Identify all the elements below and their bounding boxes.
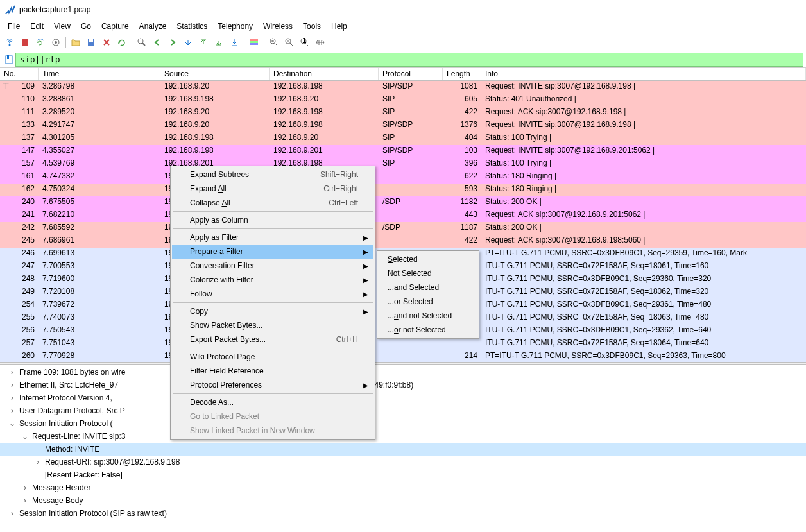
tree-toggle-icon[interactable]: ⌄: [8, 419, 17, 428]
sub-not-selected[interactable]: Not Selected: [379, 266, 477, 280]
tree-toggle-icon[interactable]: ›: [8, 509, 17, 518]
packet-row[interactable]: 1574.539769192.168.9.201192.168.9.198SIP…: [0, 158, 806, 171]
menu-wireless[interactable]: Wireless: [258, 21, 298, 32]
packet-list-header[interactable]: No. Time Source Destination Protocol Len…: [0, 68, 806, 81]
col-dst[interactable]: Destination: [270, 68, 379, 80]
ctx-conversation-filter[interactable]: Conversation Filter▶: [172, 259, 373, 273]
filter-bookmark-icon[interactable]: [3, 53, 15, 66]
tree-node[interactable]: ›Ethernet II, Src: LcfcHefe_97f0:9f:b8 (…: [0, 379, 806, 391]
close-file-button[interactable]: [99, 35, 114, 49]
stop-capture-button[interactable]: [18, 35, 32, 49]
sub--and-not-selected[interactable]: ...and not Selected: [379, 309, 477, 323]
menu-statistics[interactable]: Statistics: [171, 21, 212, 32]
tree-node[interactable]: ›Request-URI: sip:3007@192.168.9.198: [0, 456, 806, 468]
zoom-reset-button[interactable]: 1: [298, 35, 312, 49]
tree-node[interactable]: ›Message Body: [0, 494, 806, 507]
packet-row[interactable]: 2427.685592192/SDP1187Status: 200 OK |: [0, 222, 806, 235]
ctx-colorize-with-filter[interactable]: Colorize with Filter▶: [172, 273, 373, 287]
col-no[interactable]: No.: [0, 68, 39, 80]
menu-edit[interactable]: Edit: [25, 21, 49, 32]
auto-scroll-button[interactable]: [227, 35, 241, 49]
menu-capture[interactable]: Capture: [96, 21, 134, 32]
col-src[interactable]: Source: [160, 68, 270, 80]
packet-row[interactable]: 1614.747332192622Status: 180 Ringing |: [0, 171, 806, 184]
tree-node[interactable]: ›Message Header: [0, 481, 806, 494]
sub-selected[interactable]: Selected: [379, 252, 477, 266]
context-submenu[interactable]: SelectedNot Selected...and Selected...or…: [377, 250, 479, 339]
col-time[interactable]: Time: [39, 68, 160, 80]
context-menu[interactable]: Expand SubtreesShift+RightExpand AllCtrl…: [170, 166, 375, 440]
tree-toggle-icon[interactable]: ›: [21, 496, 30, 505]
tree-node[interactable]: ›Frame 109: 1081 bytes on wireits): [0, 366, 806, 379]
packet-row[interactable]: ⊤1093.286798192.168.9.20192.168.9.198SIP…: [0, 81, 806, 94]
tree-node[interactable]: ›Internet Protocol Version 4,: [0, 391, 806, 404]
reload-button[interactable]: [115, 35, 129, 49]
menu-telephony[interactable]: Telephony: [212, 21, 258, 32]
ctx-apply-as-column[interactable]: Apply as Column: [172, 213, 373, 227]
tree-node[interactable]: ⌄Session Initiation Protocol (: [0, 417, 806, 430]
col-len[interactable]: Length: [443, 68, 481, 80]
tree-toggle-icon[interactable]: ›: [33, 458, 42, 467]
packet-row[interactable]: 1103.288861192.168.9.198192.168.9.20SIP6…: [0, 94, 806, 107]
packet-row[interactable]: 1474.355027192.168.9.198192.168.9.201SIP…: [0, 145, 806, 158]
menu-analyze[interactable]: Analyze: [134, 21, 172, 32]
packet-row[interactable]: 2407.675505192/SDP1182Status: 200 OK |: [0, 196, 806, 209]
packet-row[interactable]: 2417.682210192443Request: ACK sip:3007@1…: [0, 209, 806, 222]
tree-toggle-icon[interactable]: ›: [8, 381, 17, 390]
packet-row[interactable]: 1334.291747192.168.9.20192.168.9.198SIP/…: [0, 119, 806, 132]
sub--and-selected[interactable]: ...and Selected: [379, 280, 477, 295]
ctx-show-packet-bytes-[interactable]: Show Packet Bytes...: [172, 318, 373, 332]
packet-row[interactable]: 1113.289520192.168.9.20192.168.9.198SIP4…: [0, 107, 806, 119]
menu-help[interactable]: Help: [326, 21, 352, 32]
go-back-button[interactable]: [150, 35, 164, 49]
tree-toggle-icon[interactable]: ⌄: [21, 432, 30, 441]
colorize-button[interactable]: [247, 35, 261, 49]
go-first-button[interactable]: [196, 35, 210, 49]
tree-node[interactable]: ⌄Request-Line: INVITE sip:3: [0, 430, 806, 443]
zoom-in-button[interactable]: [267, 35, 281, 49]
menu-go[interactable]: Go: [76, 21, 96, 32]
packet-row[interactable]: 1374.301205192.168.9.198192.168.9.20SIP4…: [0, 132, 806, 145]
ctx-filter-field-reference[interactable]: Filter Field Reference: [172, 364, 373, 378]
save-file-button[interactable]: [84, 35, 98, 49]
tree-toggle-icon[interactable]: ›: [21, 483, 30, 492]
ctx-export-packet-bytes-[interactable]: Export Packet Bytes...Ctrl+H: [172, 332, 373, 347]
ctx-decode-as-[interactable]: Decode As...: [172, 395, 373, 409]
go-last-button[interactable]: [212, 35, 226, 49]
menu-file[interactable]: File: [3, 21, 25, 32]
packet-details-pane[interactable]: ›Frame 109: 1081 bytes on wireits)›Ether…: [0, 365, 806, 531]
tree-node[interactable]: ›Session Initiation Protocol (SIP as raw…: [0, 507, 806, 520]
capture-options-button[interactable]: [49, 35, 63, 49]
col-proto[interactable]: Protocol: [379, 68, 443, 80]
tree-node[interactable]: Method: INVITE: [0, 443, 806, 456]
display-filter-input[interactable]: [15, 53, 803, 67]
tree-toggle-icon[interactable]: ›: [8, 393, 17, 402]
open-file-button[interactable]: [69, 35, 83, 49]
ctx-expand-subtrees[interactable]: Expand SubtreesShift+Right: [172, 167, 373, 182]
packet-row[interactable]: 1624.750324192593Status: 180 Ringing |: [0, 184, 806, 196]
tree-toggle-icon[interactable]: ›: [8, 406, 17, 415]
find-button[interactable]: [135, 35, 149, 49]
ctx-collapse-all[interactable]: Collapse AllCtrl+Left: [172, 196, 373, 210]
packet-row[interactable]: 2607.770928192214PT=ITU-T G.711 PCMU, SS…: [0, 350, 806, 362]
start-capture-button[interactable]: [3, 35, 17, 49]
col-info[interactable]: Info: [481, 68, 806, 80]
zoom-out-button[interactable]: [282, 35, 296, 49]
ctx-copy[interactable]: Copy▶: [172, 304, 373, 318]
ctx-protocol-preferences[interactable]: Protocol Preferences▶: [172, 378, 373, 392]
ctx-expand-all[interactable]: Expand AllCtrl+Right: [172, 182, 373, 196]
tree-node[interactable]: [Resent Packet: False]: [0, 468, 806, 481]
packet-row[interactable]: 2577.751043192ITU-T G.711 PCMU, SSRC=0x7…: [0, 338, 806, 350]
ctx-apply-as-filter[interactable]: Apply as Filter▶: [172, 230, 373, 245]
restart-capture-button[interactable]: [33, 35, 47, 49]
packet-row[interactable]: 2457.686961192422Request: ACK sip:3007@1…: [0, 235, 806, 248]
ctx-follow[interactable]: Follow▶: [172, 287, 373, 301]
ctx-wiki-protocol-page[interactable]: Wiki Protocol Page: [172, 350, 373, 364]
go-to-packet-button[interactable]: [181, 35, 195, 49]
menu-view[interactable]: View: [49, 21, 76, 32]
tree-toggle-icon[interactable]: ›: [8, 368, 17, 377]
tree-node[interactable]: ›User Datagram Protocol, Src P: [0, 404, 806, 417]
ctx-prepare-a-filter[interactable]: Prepare a Filter▶: [172, 245, 373, 259]
sub--or-not-selected[interactable]: ...or not Selected: [379, 323, 477, 337]
menu-tools[interactable]: Tools: [298, 21, 326, 32]
